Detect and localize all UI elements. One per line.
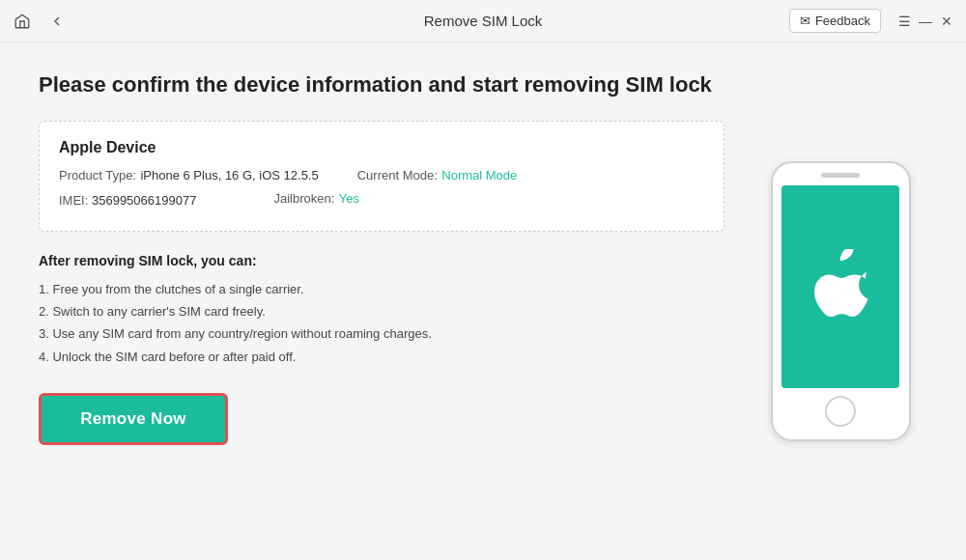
after-list: 1. Free you from the clutches of a singl…: [39, 278, 724, 369]
after-section: After removing SIM lock, you can: 1. Fre…: [39, 253, 724, 369]
imei-info: IMEI: 356995066199077: [59, 193, 196, 208]
titlebar: Remove SIM Lock ✉ Feedback ☰ — ✕: [0, 0, 966, 42]
home-icon[interactable]: [12, 11, 33, 32]
close-button[interactable]: ✕: [939, 14, 954, 29]
current-mode-label: Current Mode:: [357, 168, 438, 182]
back-icon[interactable]: [46, 11, 68, 32]
phone-speaker: [821, 173, 860, 178]
minimize-button[interactable]: —: [918, 14, 933, 29]
titlebar-right: ✉ Feedback ☰ — ✕: [789, 9, 954, 33]
list-item: 2. Switch to any carrier's SIM card free…: [39, 300, 724, 322]
phone-home-button: [825, 396, 856, 427]
product-type-info: Product Type: iPhone 6 Plus, 16 G, iOS 1…: [59, 166, 319, 183]
imei-label: IMEI:: [59, 193, 88, 208]
menu-button[interactable]: ☰: [896, 14, 912, 29]
imei-value: 356995066199077: [92, 193, 196, 208]
right-panel: [753, 71, 927, 531]
main-content: Please confirm the device information an…: [0, 42, 966, 560]
feedback-label: Feedback: [815, 14, 870, 28]
phone-screen: [781, 185, 899, 388]
list-item: 4. Unlock the SIM card before or after p…: [39, 346, 724, 368]
remove-now-button[interactable]: Remove Now: [39, 393, 228, 445]
app-title: Remove SIM Lock: [424, 13, 543, 29]
device-card: Apple Device Product Type: iPhone 6 Plus…: [39, 121, 724, 232]
device-info-row-2: IMEI: 356995066199077 Jailbroken: Yes: [59, 189, 704, 208]
apple-logo-icon: [811, 249, 869, 324]
after-title: After removing SIM lock, you can:: [39, 253, 724, 268]
titlebar-left: [12, 11, 68, 32]
device-info-row-1: Product Type: iPhone 6 Plus, 16 G, iOS 1…: [59, 166, 704, 183]
list-item: 1. Free you from the clutches of a singl…: [39, 278, 724, 300]
current-mode-info: Current Mode: Normal Mode: [357, 166, 518, 183]
left-panel: Please confirm the device information an…: [39, 71, 724, 531]
current-mode-value: Normal Mode: [441, 168, 517, 182]
jailbroken-info: Jailbroken: Yes: [273, 189, 359, 208]
page-title: Please confirm the device information an…: [39, 71, 724, 99]
device-name: Apple Device: [59, 139, 704, 156]
jailbroken-label: Jailbroken:: [273, 191, 334, 206]
product-type-label: Product Type:: [59, 168, 136, 182]
feedback-icon: ✉: [800, 14, 810, 28]
feedback-button[interactable]: ✉ Feedback: [789, 9, 881, 33]
jailbroken-value: Yes: [339, 191, 359, 206]
list-item: 3. Use any SIM card from any country/reg…: [39, 322, 724, 345]
product-type-value: iPhone 6 Plus, 16 G, iOS 12.5.5: [140, 168, 318, 182]
phone-frame: [771, 161, 911, 441]
window-controls: ☰ — ✕: [896, 14, 954, 29]
